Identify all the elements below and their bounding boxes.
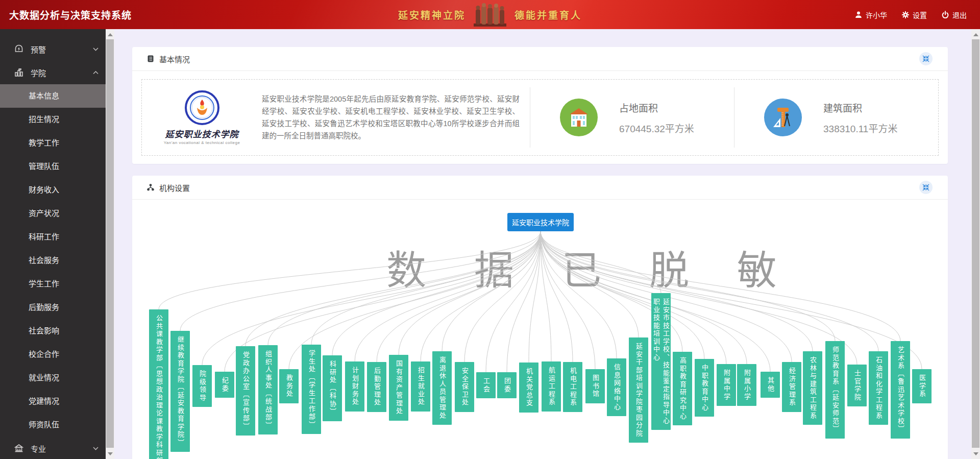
sidebar-subitem-5[interactable]: 资产状况 <box>0 202 106 225</box>
collapse-panel-button[interactable] <box>919 52 933 65</box>
sidebar-subitem-10[interactable]: 社会影响 <box>0 319 106 343</box>
org-node[interactable]: 院级领导 <box>192 365 212 407</box>
org-node[interactable]: 机电工程系 <box>563 362 582 412</box>
scroll-down-arrow-icon[interactable] <box>971 449 980 458</box>
sidebar-subitem-4[interactable]: 财务收入 <box>0 178 106 202</box>
logout-label: 退出 <box>952 10 967 20</box>
org-node[interactable]: 石油和化学工程系 <box>869 351 888 425</box>
org-node[interactable]: 农林与建筑工程系 <box>803 351 822 425</box>
sidebar-subitem-1[interactable]: 招生情况 <box>0 108 106 131</box>
sidebar-item-college[interactable]: 学院 <box>0 61 106 84</box>
org-node[interactable]: 科研处〔科协〕 <box>323 355 342 421</box>
card-title: 基本情况 <box>159 54 919 64</box>
sidebar: 预警 学院 基本信息招生情况教学工作管理队伍财务收入资产状况科研工作社会服务学生 <box>0 29 106 459</box>
org-node[interactable]: 公共课教学部〔思想政治理论课教学科研部〕 <box>149 309 168 459</box>
sidebar-subitem-12[interactable]: 就业情况 <box>0 366 106 390</box>
org-node[interactable]: 团委 <box>497 372 517 398</box>
slogan-right: 德能并重育人 <box>514 8 582 21</box>
org-chart: 数 据 已 脱 敏 延安职业技术学院 公共课教学部〔思想政治理论课教学科研部〕继… <box>132 200 948 459</box>
org-node[interactable]: 艺术系〔鲁迅艺术学校〕 <box>891 341 910 439</box>
scroll-up-arrow-icon[interactable] <box>971 30 980 39</box>
sidebar-item-major[interactable]: 专业 <box>0 437 106 459</box>
major-icon <box>14 444 23 453</box>
org-node[interactable]: 信息网络中心 <box>607 358 626 416</box>
sidebar-subitem-11[interactable]: 校企合作 <box>0 343 106 366</box>
sidebar-item-label: 专业 <box>31 443 93 454</box>
org-node[interactable]: 高职教育研究中心 <box>673 352 692 425</box>
org-node[interactable]: 国有资产管理处 <box>389 355 408 421</box>
settings-button[interactable]: 设置 <box>901 10 927 20</box>
org-node[interactable]: 附属中学 <box>717 364 736 406</box>
org-node[interactable]: 职业技能培训中心 延安市技工学校、技能鉴定指导中心 <box>651 293 671 430</box>
scrollbar-thumb[interactable] <box>106 39 114 448</box>
app-title: 大数据分析与决策支持系统 <box>0 8 132 21</box>
org-node[interactable]: 师范教育系〔延安师范〕 <box>825 341 845 439</box>
compress-arrows-icon <box>922 184 929 191</box>
org-node[interactable]: 计划财务处 <box>345 361 364 412</box>
org-node[interactable]: 纪委 <box>215 372 234 398</box>
org-node[interactable]: 图书馆 <box>585 369 605 403</box>
org-node[interactable]: 航运工程系 <box>542 361 561 412</box>
org-node[interactable]: 招生就业处 <box>411 361 430 412</box>
college-icon <box>14 68 23 77</box>
sidebar-subitem-2[interactable]: 教学工作 <box>0 131 106 155</box>
drafting-tools-icon <box>764 99 802 136</box>
org-node[interactable]: 组织人事处〔统战部〕 <box>258 345 278 434</box>
stat-value: 338310.11平方米 <box>823 121 897 135</box>
org-node[interactable]: 工会 <box>476 372 496 398</box>
college-emblem-icon <box>185 90 219 125</box>
chevron-up-icon <box>93 71 99 75</box>
main-content: 基本情况 <box>114 29 971 459</box>
intro-box: 延安职业技术学院 Yan'an vocational & technical c… <box>141 79 939 156</box>
scroll-down-arrow-icon[interactable] <box>106 449 114 458</box>
scrollbar-thumb[interactable] <box>972 39 979 448</box>
org-node[interactable]: 离退休人员管理处 <box>432 351 452 425</box>
sidebar-subitem-13[interactable]: 党建情况 <box>0 390 106 413</box>
org-node[interactable]: 士官学院 <box>847 365 867 406</box>
org-node[interactable]: 中职教育中心 <box>695 359 714 417</box>
sidebar-subitem-0[interactable]: 基本信息 <box>0 84 106 108</box>
org-node[interactable]: 继续教育学院〔延安教育学院〕 <box>170 331 190 452</box>
basic-info-card-header: 基本情况 <box>132 47 948 71</box>
sidebar-subitem-3[interactable]: 管理队伍 <box>0 155 106 178</box>
org-node[interactable]: 党政办公室〔宣传部〕 <box>236 346 255 436</box>
content-left-scrollbar[interactable] <box>106 29 114 459</box>
sidebar-subitem-6[interactable]: 科研工作 <box>0 225 106 249</box>
scroll-up-arrow-icon[interactable] <box>106 30 114 39</box>
top-header: 大数据分析与决策支持系统 延安精神立院 德能并重育人 <box>0 0 980 29</box>
org-node[interactable]: 延安干部培训学院枣园分院 <box>629 337 648 443</box>
alert-icon <box>14 44 23 54</box>
sidebar-item-warning[interactable]: 预警 <box>0 37 106 61</box>
stat-building-area: 建筑面积 338310.11平方米 <box>734 99 938 136</box>
gear-icon <box>901 11 910 19</box>
sidebar-subitem-9[interactable]: 后勤服务 <box>0 296 106 319</box>
page-right-scrollbar[interactable] <box>971 29 980 459</box>
basic-info-card: 基本情况 <box>132 47 948 164</box>
org-node[interactable]: 医学系 <box>912 369 932 403</box>
sidebar-subitem-14[interactable]: 师资队伍 <box>0 413 106 437</box>
user-menu[interactable]: 许小华 <box>854 10 887 20</box>
org-node[interactable]: 机关党总支 <box>519 363 538 413</box>
org-node[interactable]: 安全保卫处 <box>455 362 474 412</box>
statue-image <box>474 3 506 27</box>
org-node[interactable]: 经济管理系 <box>782 362 801 412</box>
org-node[interactable]: 后勤管理处 <box>367 362 386 412</box>
college-name-english: Yan'an vocational & technical college <box>164 140 240 145</box>
power-icon <box>941 11 949 19</box>
org-structure-card: 机构设置 数 据 已 脱 敏 延安职业技术学院 公共 <box>132 176 948 459</box>
college-logo: 延安职业技术学院 Yan'an vocational & technical c… <box>142 90 262 145</box>
user-icon <box>854 11 863 19</box>
org-node[interactable]: 其他 <box>761 372 780 398</box>
collapse-panel-button[interactable] <box>919 181 933 194</box>
sidebar-item-label: 学院 <box>31 67 93 78</box>
org-node[interactable]: 教务处 <box>279 369 299 403</box>
org-card-header: 机构设置 <box>132 176 948 200</box>
org-node[interactable]: 附属小学 <box>737 364 756 406</box>
logout-button[interactable]: 退出 <box>941 10 967 20</box>
org-node[interactable]: 学生处〔学生工作部〕 <box>302 345 321 434</box>
sidebar-subitem-7[interactable]: 社会服务 <box>0 249 106 272</box>
org-root-node[interactable]: 延安职业技术学院 <box>507 213 574 231</box>
chevron-down-icon <box>93 47 99 51</box>
header-banner: 延安精神立院 德能并重育人 <box>398 0 582 29</box>
sidebar-subitem-8[interactable]: 学生工作 <box>0 272 106 296</box>
